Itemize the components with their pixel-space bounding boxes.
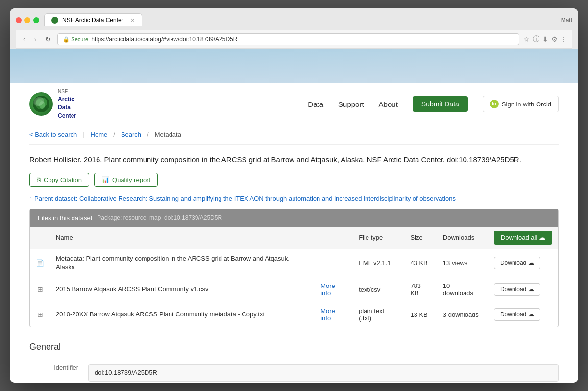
breadcrumb-sep1: /	[113, 131, 115, 138]
logo-text: NSF Arctic Data Center	[58, 88, 76, 120]
copy-citation-label: Copy Citation	[44, 176, 82, 183]
file-name-cell: 2015 Barrow Atqasuk ARCSS Plant Communty…	[50, 277, 315, 302]
file-name-cell: 2010-20XX Barrow Atqasuk ARCSS Plant Com…	[50, 302, 315, 327]
citation-buttons: ⎘ Copy Citation 📊 Quality report	[29, 173, 559, 187]
signin-orcid-button[interactable]: iD Sign in with Orcid	[483, 96, 559, 112]
site-header: NSF Arctic Data Center Data Support Abou…	[10, 83, 578, 125]
nav-links: Data Support About Submit Data iD Sign i…	[308, 96, 559, 112]
table-row: 📄 Metadata: Plant community composition …	[30, 249, 558, 277]
file-name-text: Metadata: Plant community composition in…	[56, 255, 290, 271]
identifier-value-cell: doi:10.18739/A25D5R	[88, 360, 559, 383]
row-icon-cell: 📄	[30, 249, 50, 277]
extensions-icon[interactable]: ⚙	[551, 35, 558, 43]
file-name-text: 2010-20XX Barrow Atqasuk ARCSS Plant Com…	[56, 311, 265, 318]
minimize-button[interactable]	[24, 17, 30, 23]
file-name-text: 2015 Barrow Atqasuk ARCSS Plant Communty…	[56, 286, 208, 293]
file-downloads-cell: 13 views	[437, 249, 488, 277]
th-size: Size	[404, 227, 437, 249]
breadcrumb: < Back to search | Home / Search / Metad…	[29, 125, 559, 145]
back-to-search-link[interactable]: < Back to search	[29, 131, 77, 138]
active-tab[interactable]: NSF Arctic Data Center ✕	[44, 13, 142, 26]
parent-dataset-link[interactable]: ↑ Parent dataset: Collaborative Research…	[29, 195, 559, 202]
browser-chrome: NSF Arctic Data Center ✕ Matt ‹ › ↻ 🔒 Se…	[10, 8, 578, 49]
citation-text: Robert Hollister. 2016. Plant community …	[29, 155, 559, 166]
files-section: Files in this dataset Package: resource_…	[29, 209, 559, 327]
logo-nsf: NSF	[58, 88, 76, 95]
more-icon[interactable]: ⋮	[561, 35, 567, 43]
site-banner	[10, 49, 578, 83]
browser-user-label: Matt	[561, 17, 572, 24]
table-row: ⊞ 2010-20XX Barrow Atqasuk ARCSS Plant C…	[30, 302, 558, 327]
identifier-row: Identifier doi:10.18739/A25D5R	[29, 360, 559, 383]
th-name: Name	[50, 227, 315, 249]
more-info-cell: More info	[315, 277, 353, 302]
secure-badge: 🔒 Secure	[63, 36, 88, 43]
file-download-cell: Download ☁	[488, 249, 558, 277]
general-section: General Identifier doi:10.18739/A25D5R A…	[29, 337, 559, 383]
file-type-cell: text/csv	[353, 277, 404, 302]
signin-label: Sign in with Orcid	[502, 101, 551, 108]
files-header: Files in this dataset Package: resource_…	[30, 209, 558, 227]
file-downloads-cell: 10 downloads	[437, 277, 488, 302]
browser-tabs: NSF Arctic Data Center ✕	[44, 13, 561, 26]
main-content: < Back to search | Home / Search / Metad…	[10, 125, 578, 383]
metadata-table: Identifier doi:10.18739/A25D5R Abstract …	[29, 360, 559, 383]
tab-title: NSF Arctic Data Center	[62, 17, 123, 24]
copy-icon: ⎘	[37, 176, 41, 183]
citation-block: Robert Hollister. 2016. Plant community …	[29, 145, 559, 195]
page-content: NSF Arctic Data Center Data Support Abou…	[10, 49, 578, 383]
nav-about-link[interactable]: About	[379, 100, 398, 108]
orcid-logo-icon: iD	[490, 100, 499, 108]
download-all-button[interactable]: Download all ☁	[494, 231, 552, 245]
refresh-button[interactable]: ↻	[43, 34, 53, 44]
maximize-button[interactable]	[33, 17, 39, 23]
files-header-label: Files in this dataset	[38, 214, 92, 222]
star-icon[interactable]: ☆	[523, 35, 530, 43]
back-button[interactable]: ‹	[21, 34, 28, 44]
download-status-icon[interactable]: ⬇	[542, 35, 548, 43]
file-size-cell: 783 KB	[404, 277, 437, 302]
address-bar[interactable]: 🔒 Secure https://arcticdata.io/catalog/#…	[57, 33, 519, 45]
toolbar-icons: ☆ ⓘ ⬇ ⚙ ⋮	[523, 35, 567, 44]
th-downloads: Downloads	[437, 227, 488, 249]
file-size-cell: 43 KB	[404, 249, 437, 277]
download-button[interactable]: Download ☁	[494, 308, 540, 321]
file-name-cell: Metadata: Plant community composition in…	[50, 249, 315, 277]
forward-button[interactable]: ›	[32, 34, 39, 44]
info-icon[interactable]: ⓘ	[533, 35, 539, 44]
breadcrumb-divider: |	[83, 131, 84, 138]
th-icon	[30, 227, 50, 249]
more-info-link[interactable]: More info	[320, 282, 335, 297]
tab-favicon	[51, 17, 58, 24]
nav-support-link[interactable]: Support	[338, 100, 364, 108]
quality-report-button[interactable]: 📊 Quality report	[94, 173, 158, 187]
close-button[interactable]	[16, 17, 22, 23]
svg-point-3	[36, 99, 43, 106]
row-icon-cell: ⊞	[30, 277, 50, 302]
breadcrumb-search[interactable]: Search	[121, 131, 141, 138]
browser-toolbar: ‹ › ↻ 🔒 Secure https://arcticdata.io/cat…	[16, 30, 572, 49]
logo-main: Arctic Data Center	[58, 95, 76, 120]
copy-citation-button[interactable]: ⎘ Copy Citation	[29, 173, 89, 187]
tab-close-icon[interactable]: ✕	[130, 17, 135, 24]
breadcrumb-sep2: /	[147, 131, 149, 138]
more-info-cell	[315, 249, 353, 277]
identifier-box: doi:10.18739/A25D5R	[88, 364, 559, 382]
general-section-title: General	[29, 342, 559, 352]
chart-icon: 📊	[101, 176, 109, 183]
breadcrumb-current: Metadata	[155, 131, 181, 138]
svg-point-0	[33, 96, 49, 112]
site-logo	[29, 92, 53, 116]
th-download-all: Download all ☁	[488, 227, 558, 249]
file-type-cell: plain text (.txt)	[353, 302, 404, 327]
files-table: Name File type Size Downloads Download a…	[30, 227, 558, 327]
nav-data-link[interactable]: Data	[308, 100, 323, 108]
breadcrumb-home[interactable]: Home	[91, 131, 108, 138]
more-info-link[interactable]: More info	[320, 307, 335, 322]
file-type-cell: EML v2.1.1	[353, 249, 404, 277]
file-download-cell: Download ☁	[488, 302, 558, 327]
download-button[interactable]: Download ☁	[494, 283, 540, 296]
file-size-cell: 13 KB	[404, 302, 437, 327]
submit-data-button[interactable]: Submit Data	[413, 96, 468, 112]
download-button[interactable]: Download ☁	[494, 257, 540, 269]
